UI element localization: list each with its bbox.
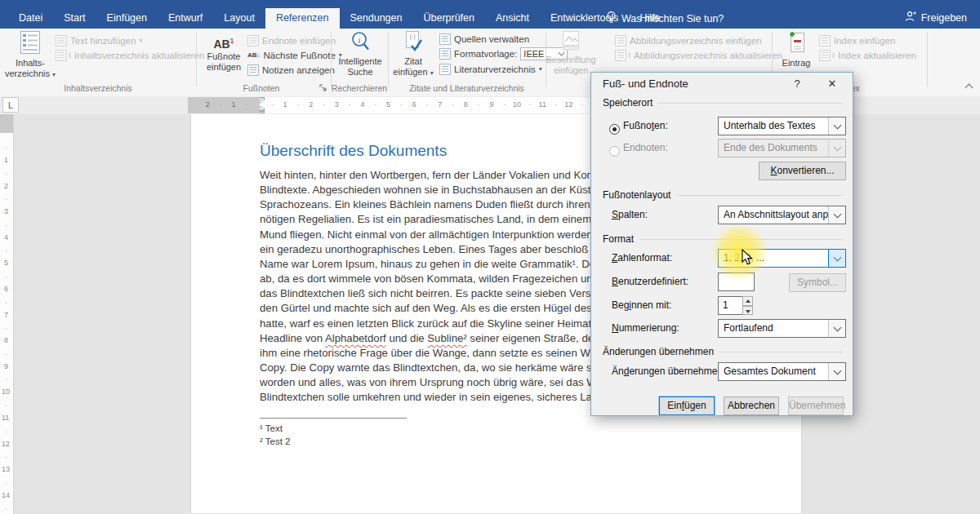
start-at-field[interactable]: 1 — [718, 296, 743, 315]
citation-label-1: Zitat — [404, 56, 421, 67]
show-notes-button[interactable]: Notizen anzeigen — [247, 63, 335, 77]
ruler-tick: · — [555, 100, 557, 109]
ruler-tick: · — [5, 298, 7, 308]
insert-citation-button[interactable]: (-) Zitat einfügen ▾ — [391, 30, 435, 78]
footnotes-dialog-launcher[interactable] — [319, 81, 327, 95]
first-line-indent-marker[interactable] — [260, 97, 265, 103]
update-index-button: ! Index aktualisieren — [819, 48, 916, 62]
cancel-button[interactable]: Abbrechen — [724, 397, 779, 415]
ruler-v[interactable]: ·1·2·3·4·5·6·7·8·9·10·11·12·13·14·15 — [0, 114, 14, 514]
spin-down-button[interactable] — [742, 306, 753, 316]
ruler-number: 8 — [4, 335, 8, 345]
group-label-footnotes: Fußnoten — [196, 83, 327, 94]
lightbulb-icon — [606, 11, 617, 27]
ruler-tick: · — [503, 100, 506, 109]
smart-lookup-label-1: Intelligente — [338, 56, 381, 67]
custom-mark-field[interactable] — [718, 273, 755, 291]
ruler-number: 2 — [4, 181, 8, 191]
bibliography-icon — [439, 64, 451, 75]
ruler-number: 1 — [283, 100, 287, 109]
ruler-tick: · — [5, 452, 7, 462]
tab-einfuegen[interactable]: Einfügen — [96, 8, 158, 29]
group-separator — [388, 32, 389, 87]
chevron-down-icon — [828, 206, 845, 224]
section-speicherort: Speicherort — [603, 97, 843, 109]
ruler-number: 8 — [464, 100, 468, 109]
tab-referenzen[interactable]: Referenzen — [265, 8, 340, 29]
dialog-title: Fuß- und Endnote — [603, 78, 688, 90]
symbol-button: Symbol... — [789, 273, 846, 292]
ruler-tick: · — [5, 272, 7, 281]
tab-stop-selector[interactable]: L — [2, 97, 19, 113]
numbering-label: Nummerierung: — [612, 319, 679, 338]
apply-button: Übernehmen — [788, 397, 844, 415]
citation-label-2: einfügen — [393, 67, 427, 77]
tell-me-search[interactable]: Was möchten Sie tun? — [606, 8, 724, 29]
insert-button[interactable]: Einfügen — [659, 397, 715, 415]
collapse-ribbon-icon[interactable] — [965, 84, 973, 92]
ab1-icon: AB1 — [213, 30, 234, 51]
ruler-tick: · — [425, 100, 428, 109]
insert-index-icon — [819, 35, 831, 47]
smart-lookup-button[interactable]: i Intelligente Suche — [334, 30, 386, 78]
ruler-tick: · — [5, 478, 7, 488]
spin-up-button[interactable] — [742, 296, 753, 306]
add-text-button: Text hinzufügen ▾ — [56, 33, 143, 47]
tab-layout[interactable]: Layout — [213, 8, 265, 29]
ruler-number: 4 — [4, 233, 8, 242]
mark-entry-button[interactable]: Eintrag — [776, 30, 817, 69]
group-label-research: Recherchieren — [329, 83, 390, 94]
ruler-tick: · — [5, 374, 7, 384]
ruler-number: 6 — [412, 100, 416, 109]
tab-ueberpruefen[interactable]: Überprüfen — [412, 8, 485, 29]
ruler-tick: · — [5, 220, 7, 230]
next-footnote-button[interactable]: AB↓ Nächste Fußnote ▾ — [247, 48, 342, 62]
endnotes-position-combo: Ende des Dokuments — [718, 139, 846, 157]
insert-index-button: Index einfügen — [819, 33, 895, 47]
dropdown-icon: ▾ — [539, 65, 542, 73]
number-format-combo[interactable]: 1, 2, 3, ... — [718, 249, 846, 268]
tab-datei[interactable]: Datei — [8, 8, 53, 29]
ruler-tick: · — [5, 349, 7, 359]
ab-next-icon: AB↓ — [247, 51, 261, 59]
apply-to-combo[interactable]: Gesamtes Dokument — [718, 362, 846, 381]
tab-start[interactable]: Start — [53, 8, 96, 29]
footnotes-radio[interactable] — [609, 124, 620, 135]
footnotes-position-combo[interactable]: Unterhalb des Textes — [718, 117, 846, 135]
ruler-number: 2 — [206, 100, 210, 109]
update-index-icon — [819, 50, 831, 61]
tab-sendungen[interactable]: Sendungen — [340, 8, 413, 29]
left-indent-marker[interactable] — [260, 111, 265, 113]
tab-entwurf[interactable]: Entwurf — [158, 8, 213, 29]
ruler-v-margin — [0, 114, 14, 133]
endnote-icon — [247, 35, 259, 47]
section-format: Format — [603, 233, 843, 245]
toc-label-1: Inhalts- — [16, 58, 45, 69]
number-format-label: Zahlenformat: — [612, 249, 672, 268]
toc-button[interactable]: Inhalts- verzeichnis ▾ — [7, 30, 54, 80]
svg-text:(-): (-) — [410, 33, 416, 40]
chevron-down-icon — [828, 320, 845, 337]
start-at-label: Beginnen mit: — [612, 296, 671, 315]
ruler-number: 10 — [2, 387, 10, 397]
insert-footnote-button[interactable]: AB1 Fußnote einfügen — [202, 30, 246, 73]
share-button[interactable]: Freigeben — [905, 7, 967, 28]
ruler-number: 9 — [4, 361, 8, 371]
ruler-tick: · — [323, 100, 325, 109]
caption-label-2: einfügen — [554, 65, 588, 76]
ruler-number: 9 — [489, 100, 493, 109]
person-icon — [905, 11, 916, 24]
columns-combo[interactable]: An Abschnittslayout anpassen — [718, 206, 846, 224]
dialog-help-button[interactable]: ? — [789, 78, 805, 90]
bibliography-button[interactable]: Literaturverzeichnis ▾ — [439, 62, 542, 76]
dialog-close-button[interactable]: ✕ — [824, 78, 840, 90]
manage-sources-button[interactable]: Quellen verwalten — [439, 32, 529, 46]
group-separator — [927, 32, 928, 87]
tab-ansicht[interactable]: Ansicht — [485, 8, 540, 29]
group-label-toc: Inhaltsverzeichnis — [0, 83, 196, 94]
ruler-tick: · — [5, 246, 7, 255]
convert-button[interactable]: Konvertieren... — [759, 162, 846, 180]
numbering-combo[interactable]: Fortlaufend — [718, 319, 846, 338]
ruler-number: 5 — [4, 258, 8, 268]
misspelled-word: Alphabetdorf — [325, 332, 386, 344]
